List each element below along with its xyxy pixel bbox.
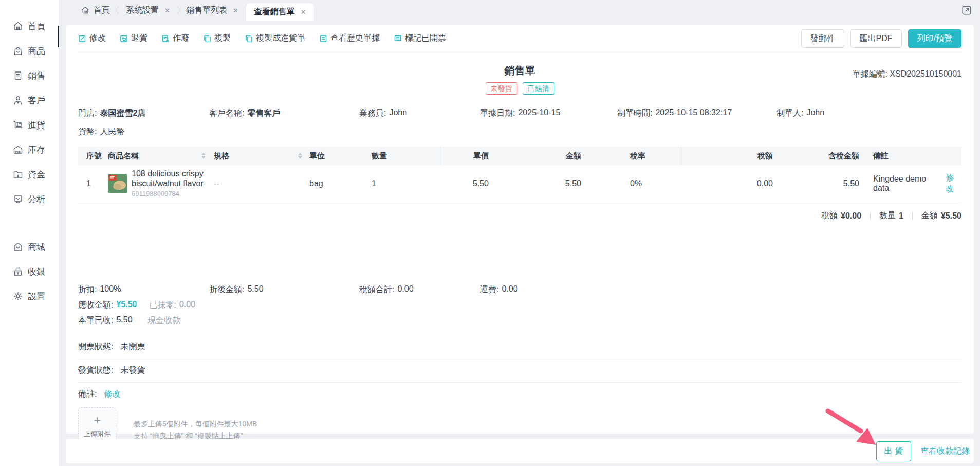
col-spec: 規格 xyxy=(210,151,306,161)
field-value: John xyxy=(389,108,407,119)
field-discounted-amount: 折後金額:5.50 xyxy=(209,284,359,295)
void-action[interactable]: 作廢 xyxy=(161,33,189,44)
sidebar-item-label: 分析 xyxy=(28,193,45,205)
tab-sales-order-list[interactable]: 銷售單列表 ✕ xyxy=(178,0,246,21)
sidebar-item-goods[interactable]: 商品 xyxy=(0,39,59,63)
summary-row-2: 應收金額:¥5.50 已抹零:0.00 xyxy=(78,297,961,313)
cell-amount: 5.50 xyxy=(489,179,581,188)
product-barcode: 6911988009784 xyxy=(132,190,210,198)
product-name: 108 delicious crispy biscuit/walnut flav… xyxy=(132,169,210,189)
footer-action-bar: 出 貨 查看收款記錄 xyxy=(66,439,974,463)
field-customer: 客戶名稱:零售客戶 xyxy=(209,108,359,119)
cell-total-with-tax: 5.50 xyxy=(773,179,859,188)
tab-label: 查看銷售單 xyxy=(254,7,295,17)
sort-icon[interactable] xyxy=(201,151,206,161)
sidebar-item-sales[interactable]: 銷售 xyxy=(0,63,59,88)
edit-remark-link[interactable]: 修改 xyxy=(946,173,961,194)
action-label: 複製 xyxy=(214,33,231,44)
field-value: John xyxy=(806,108,824,119)
cell-tax-rate: 0% xyxy=(581,179,681,188)
col-price: 單價 xyxy=(440,151,489,161)
field-received: 本單已收:5.50 xyxy=(78,315,133,326)
field-label: 發貨狀態: xyxy=(78,365,113,376)
mark-invoiced-action[interactable]: 標記已開票 xyxy=(394,33,446,44)
sidebar-item-label: 首頁 xyxy=(28,21,45,32)
field-currency: 貨幣: 人民幣 xyxy=(78,127,961,137)
field-label: 已抹零: xyxy=(150,300,176,311)
col-remark: 備註 xyxy=(859,151,961,161)
sidebar-item-inventory[interactable]: 庫存 xyxy=(0,137,59,162)
field-order-date: 單據日期:2025-10-15 xyxy=(480,108,617,119)
sidebar-item-label: 資金 xyxy=(28,169,45,181)
fullscreen-button[interactable] xyxy=(961,5,972,16)
remark-row: 備註: 修改 xyxy=(78,383,961,405)
close-icon[interactable]: ✕ xyxy=(301,8,306,16)
sidebar-item-settings[interactable]: 設置 xyxy=(0,284,59,309)
field-label: 業務員: xyxy=(359,108,386,119)
sidebar-item-cashier[interactable]: 收銀 xyxy=(0,259,59,284)
field-discount: 折扣:100% xyxy=(78,284,209,295)
sales-order-detail-card: 修改 退貨 作廢 複製 複製成進貨單 查看歷史單據 標記已開票 發郵件 匯出PD xyxy=(66,25,974,434)
action-label: 查看歷史單據 xyxy=(330,33,380,44)
product-image[interactable] xyxy=(108,174,127,193)
view-history-action[interactable]: 查看歷史單據 xyxy=(319,33,380,44)
purchase-icon xyxy=(13,120,23,130)
spacer xyxy=(78,221,961,282)
action-label: 作廢 xyxy=(173,33,189,44)
totals-qty-value: 1 xyxy=(899,211,903,221)
field-value: 人民幣 xyxy=(100,127,124,137)
mark-invoiced-icon xyxy=(394,34,402,43)
field-freight: 運費:0.00 xyxy=(480,284,518,295)
print-preview-button[interactable]: 列印/預覽 xyxy=(908,29,961,48)
send-email-button[interactable]: 發郵件 xyxy=(801,29,844,48)
cell-seq: 1 xyxy=(78,179,104,188)
sidebar-item-purchase[interactable]: 進貨 xyxy=(0,113,59,137)
sidebar-item-label: 設置 xyxy=(28,291,45,302)
sidebar-item-mall[interactable]: 商城 xyxy=(0,235,59,259)
tab-view-sales-order[interactable]: 查看銷售單 ✕ xyxy=(246,3,314,21)
tab-home[interactable]: 首頁 xyxy=(73,0,118,21)
totals-tax-value: ¥0.00 xyxy=(841,211,861,221)
field-label: 制單人: xyxy=(776,108,803,119)
sidebar-item-analytics[interactable]: 分析 xyxy=(0,187,59,211)
scrollbar-thumb[interactable] xyxy=(58,26,59,47)
sort-icon[interactable] xyxy=(298,151,302,161)
field-value: 5.50 xyxy=(116,315,132,326)
tab-system-settings[interactable]: 系統設置 ✕ xyxy=(118,0,178,21)
table-header-row: 序號 商品名稱 規格 單位 數量 單價 金額 稅率 稅額 含稅金額 備註 xyxy=(78,147,961,165)
totals-amount-value: ¥5.50 xyxy=(941,211,961,221)
divider xyxy=(912,212,913,220)
copy-to-purchase-icon xyxy=(245,34,253,43)
tab-label: 系統設置 xyxy=(126,5,159,16)
edit-remark-link[interactable]: 修改 xyxy=(104,389,120,400)
field-tax-total: 稅額合計:0.00 xyxy=(359,284,480,295)
return-goods-action[interactable]: 退貨 xyxy=(120,33,147,44)
field-store: 門店:泰国蜜雪2店 xyxy=(78,108,209,119)
cell-unit: bag xyxy=(306,179,369,188)
edit-action[interactable]: 修改 xyxy=(78,33,106,44)
close-icon[interactable]: ✕ xyxy=(233,7,238,14)
sidebar-item-label: 收銀 xyxy=(28,266,45,278)
export-pdf-button[interactable]: 匯出PDF xyxy=(850,29,902,48)
document-number: 單據編號: XSD202510150001 xyxy=(852,69,961,80)
copy-action[interactable]: 複製 xyxy=(203,33,231,44)
field-label: 制單時間: xyxy=(617,108,652,119)
sidebar-item-home[interactable]: 首頁 xyxy=(0,14,59,39)
inventory-icon xyxy=(13,145,23,155)
field-value: 5.50 xyxy=(247,284,263,295)
ship-button[interactable]: 出 貨 xyxy=(876,441,911,461)
delivery-status-row: 發貨狀態: 未發貨 xyxy=(78,359,961,383)
totals-amount-label: 金額 xyxy=(921,210,938,221)
divider xyxy=(870,212,871,220)
field-value: 0.00 xyxy=(502,284,517,295)
sidebar-item-funds[interactable]: 資金 xyxy=(0,162,59,187)
field-value: 未開票 xyxy=(120,342,145,352)
action-label: 修改 xyxy=(89,33,106,44)
close-icon[interactable]: ✕ xyxy=(164,7,170,14)
order-info-row: 門店:泰国蜜雪2店 客戶名稱:零售客戶 業務員:John 單據日期:2025-1… xyxy=(78,108,961,119)
page-title: 銷售單 xyxy=(78,64,961,78)
sidebar-item-customer[interactable]: 客戶 xyxy=(0,88,59,113)
view-payments-link[interactable]: 查看收款記錄 xyxy=(920,446,970,457)
tab-bar: 首頁 系統設置 ✕ 銷售單列表 ✕ 查看銷售單 ✕ xyxy=(59,0,980,21)
copy-to-purchase-action[interactable]: 複製成進貨單 xyxy=(245,33,305,44)
